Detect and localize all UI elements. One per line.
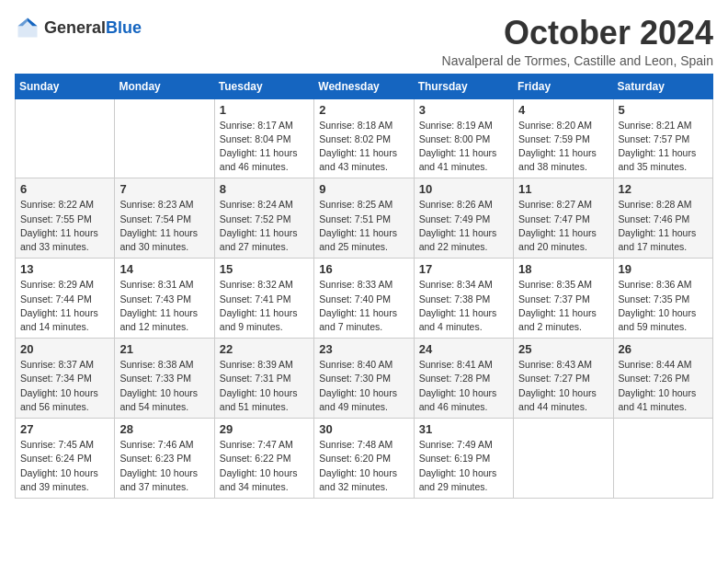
calendar-cell: 29Sunrise: 7:47 AM Sunset: 6:22 PM Dayli…	[214, 419, 313, 499]
calendar-cell: 4Sunrise: 8:20 AM Sunset: 7:59 PM Daylig…	[514, 98, 613, 178]
day-number: 4	[518, 103, 608, 117]
day-number: 3	[419, 103, 508, 117]
day-info: Sunrise: 8:26 AM Sunset: 7:49 PM Dayligh…	[419, 198, 508, 254]
day-info: Sunrise: 8:41 AM Sunset: 7:28 PM Dayligh…	[419, 358, 508, 414]
calendar-cell: 25Sunrise: 8:43 AM Sunset: 7:27 PM Dayli…	[514, 339, 613, 419]
calendar-cell: 15Sunrise: 8:32 AM Sunset: 7:41 PM Dayli…	[214, 259, 313, 339]
calendar-table: SundayMondayTuesdayWednesdayThursdayFrid…	[15, 74, 713, 499]
day-number: 27	[20, 422, 109, 436]
calendar-cell: 11Sunrise: 8:27 AM Sunset: 7:47 PM Dayli…	[514, 178, 613, 259]
day-info: Sunrise: 8:44 AM Sunset: 7:26 PM Dayligh…	[619, 358, 708, 414]
day-number: 24	[419, 342, 508, 356]
day-number: 5	[619, 103, 708, 117]
calendar-cell: 23Sunrise: 8:40 AM Sunset: 7:30 PM Dayli…	[314, 339, 414, 419]
day-info: Sunrise: 8:20 AM Sunset: 7:59 PM Dayligh…	[518, 119, 608, 175]
day-info: Sunrise: 8:17 AM Sunset: 8:04 PM Dayligh…	[220, 119, 309, 175]
day-number: 13	[20, 262, 109, 276]
calendar-week-row: 27Sunrise: 7:45 AM Sunset: 6:24 PM Dayli…	[16, 419, 713, 499]
day-info: Sunrise: 8:23 AM Sunset: 7:54 PM Dayligh…	[119, 198, 209, 254]
calendar-cell: 10Sunrise: 8:26 AM Sunset: 7:49 PM Dayli…	[414, 178, 513, 259]
day-info: Sunrise: 8:28 AM Sunset: 7:46 PM Dayligh…	[619, 198, 708, 254]
day-number: 17	[419, 262, 508, 276]
day-number: 12	[619, 182, 708, 196]
calendar-cell	[16, 98, 115, 178]
weekday-header-saturday: Saturday	[613, 74, 712, 98]
day-info: Sunrise: 7:45 AM Sunset: 6:24 PM Dayligh…	[20, 438, 109, 494]
day-number: 9	[319, 182, 408, 196]
day-number: 26	[619, 342, 708, 356]
day-info: Sunrise: 7:49 AM Sunset: 6:19 PM Dayligh…	[419, 438, 508, 494]
logo-blue-text: Blue	[106, 18, 142, 38]
day-number: 16	[319, 262, 408, 276]
weekday-header-wednesday: Wednesday	[314, 74, 414, 98]
calendar-cell: 5Sunrise: 8:21 AM Sunset: 7:57 PM Daylig…	[613, 98, 712, 178]
weekday-header-tuesday: Tuesday	[214, 74, 313, 98]
calendar-cell: 14Sunrise: 8:31 AM Sunset: 7:43 PM Dayli…	[115, 259, 214, 339]
calendar-cell: 26Sunrise: 8:44 AM Sunset: 7:26 PM Dayli…	[613, 339, 712, 419]
day-info: Sunrise: 7:48 AM Sunset: 6:20 PM Dayligh…	[319, 438, 408, 494]
day-number: 18	[518, 262, 608, 276]
day-info: Sunrise: 8:32 AM Sunset: 7:41 PM Dayligh…	[220, 278, 309, 334]
day-number: 8	[220, 182, 309, 196]
calendar-cell: 16Sunrise: 8:33 AM Sunset: 7:40 PM Dayli…	[314, 259, 414, 339]
day-info: Sunrise: 8:35 AM Sunset: 7:37 PM Dayligh…	[518, 278, 608, 334]
day-number: 20	[20, 342, 109, 356]
calendar-cell: 27Sunrise: 7:45 AM Sunset: 6:24 PM Dayli…	[16, 419, 115, 499]
calendar-cell	[613, 419, 712, 499]
calendar-cell: 20Sunrise: 8:37 AM Sunset: 7:34 PM Dayli…	[16, 339, 115, 419]
logo: General Blue	[15, 15, 142, 40]
day-info: Sunrise: 8:22 AM Sunset: 7:55 PM Dayligh…	[20, 198, 109, 254]
calendar-cell	[514, 419, 613, 499]
weekday-header-row: SundayMondayTuesdayWednesdayThursdayFrid…	[16, 74, 713, 98]
calendar-cell: 30Sunrise: 7:48 AM Sunset: 6:20 PM Dayli…	[314, 419, 414, 499]
day-info: Sunrise: 8:33 AM Sunset: 7:40 PM Dayligh…	[319, 278, 408, 334]
day-number: 14	[119, 262, 209, 276]
day-info: Sunrise: 8:38 AM Sunset: 7:33 PM Dayligh…	[119, 358, 209, 414]
location-subtitle: Navalperal de Tormes, Castille and Leon,…	[442, 53, 713, 68]
day-number: 7	[119, 182, 209, 196]
day-number: 28	[119, 422, 209, 436]
calendar-week-row: 6Sunrise: 8:22 AM Sunset: 7:55 PM Daylig…	[16, 178, 713, 259]
day-info: Sunrise: 8:24 AM Sunset: 7:52 PM Dayligh…	[220, 198, 309, 254]
weekday-header-friday: Friday	[514, 74, 613, 98]
day-info: Sunrise: 7:46 AM Sunset: 6:23 PM Dayligh…	[119, 438, 209, 494]
calendar-cell: 28Sunrise: 7:46 AM Sunset: 6:23 PM Dayli…	[115, 419, 214, 499]
day-number: 11	[518, 182, 608, 196]
calendar-cell: 1Sunrise: 8:17 AM Sunset: 8:04 PM Daylig…	[214, 98, 313, 178]
calendar-cell: 2Sunrise: 8:18 AM Sunset: 8:02 PM Daylig…	[314, 98, 414, 178]
header: General Blue October 2024 Navalperal de …	[15, 15, 713, 68]
day-number: 29	[220, 422, 309, 436]
weekday-header-monday: Monday	[115, 74, 214, 98]
calendar-cell: 13Sunrise: 8:29 AM Sunset: 7:44 PM Dayli…	[16, 259, 115, 339]
day-number: 21	[119, 342, 209, 356]
calendar-week-row: 20Sunrise: 8:37 AM Sunset: 7:34 PM Dayli…	[16, 339, 713, 419]
day-number: 30	[319, 422, 408, 436]
calendar-cell: 7Sunrise: 8:23 AM Sunset: 7:54 PM Daylig…	[115, 178, 214, 259]
day-info: Sunrise: 8:25 AM Sunset: 7:51 PM Dayligh…	[319, 198, 408, 254]
calendar-cell: 22Sunrise: 8:39 AM Sunset: 7:31 PM Dayli…	[214, 339, 313, 419]
day-info: Sunrise: 8:19 AM Sunset: 8:00 PM Dayligh…	[419, 119, 508, 175]
calendar-cell: 3Sunrise: 8:19 AM Sunset: 8:00 PM Daylig…	[414, 98, 513, 178]
calendar-cell: 19Sunrise: 8:36 AM Sunset: 7:35 PM Dayli…	[613, 259, 712, 339]
day-info: Sunrise: 8:21 AM Sunset: 7:57 PM Dayligh…	[619, 119, 708, 175]
day-info: Sunrise: 8:34 AM Sunset: 7:38 PM Dayligh…	[419, 278, 508, 334]
day-info: Sunrise: 8:43 AM Sunset: 7:27 PM Dayligh…	[518, 358, 608, 414]
calendar-cell: 8Sunrise: 8:24 AM Sunset: 7:52 PM Daylig…	[214, 178, 313, 259]
calendar-cell: 21Sunrise: 8:38 AM Sunset: 7:33 PM Dayli…	[115, 339, 214, 419]
logo-general-text: General	[44, 18, 106, 38]
day-info: Sunrise: 8:39 AM Sunset: 7:31 PM Dayligh…	[220, 358, 309, 414]
title-block: October 2024 Navalperal de Tormes, Casti…	[442, 15, 713, 68]
calendar-cell: 17Sunrise: 8:34 AM Sunset: 7:38 PM Dayli…	[414, 259, 513, 339]
day-info: Sunrise: 8:37 AM Sunset: 7:34 PM Dayligh…	[20, 358, 109, 414]
calendar-week-row: 13Sunrise: 8:29 AM Sunset: 7:44 PM Dayli…	[16, 259, 713, 339]
day-number: 6	[20, 182, 109, 196]
day-number: 10	[419, 182, 508, 196]
logo-icon	[15, 15, 40, 40]
day-number: 2	[319, 103, 408, 117]
calendar-cell	[115, 98, 214, 178]
calendar-cell: 9Sunrise: 8:25 AM Sunset: 7:51 PM Daylig…	[314, 178, 414, 259]
weekday-header-sunday: Sunday	[16, 74, 115, 98]
day-number: 15	[220, 262, 309, 276]
calendar-cell: 18Sunrise: 8:35 AM Sunset: 7:37 PM Dayli…	[514, 259, 613, 339]
day-number: 1	[220, 103, 309, 117]
